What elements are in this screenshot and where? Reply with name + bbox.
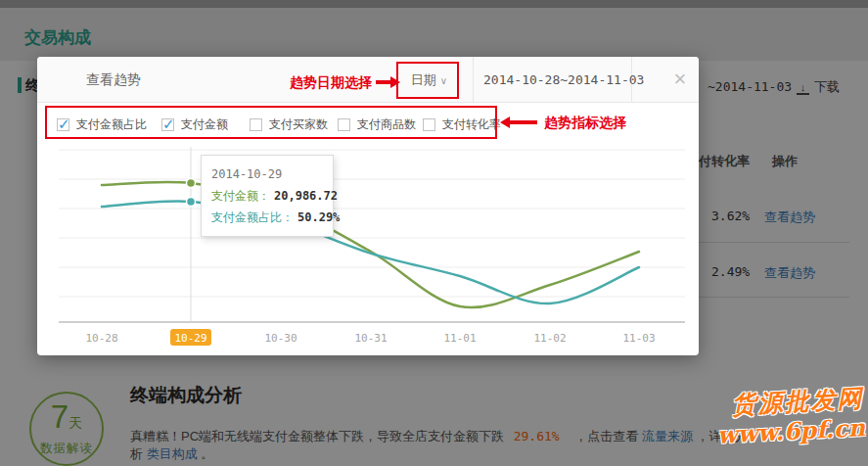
trend-chart[interactable]: 10-2810-2910-3010-3111-0111-0211-03	[37, 140, 698, 350]
close-icon[interactable]: ×	[667, 67, 693, 92]
view-trend-modal: 查看趋势 日期 2014-10-28~2014-11-03 × 支付金额占比 支…	[37, 57, 699, 355]
svg-text:10-30: 10-30	[264, 332, 297, 345]
svg-text:11-03: 11-03	[622, 332, 655, 345]
svg-text:11-01: 11-01	[443, 332, 476, 345]
svg-text:10-29: 10-29	[174, 332, 206, 345]
tooltip-ratio-label: 支付金额占比：	[211, 210, 294, 224]
date-range-picker[interactable]: 2014-10-28~2014-11-03	[483, 57, 644, 103]
annotation-arrow-left-head-icon	[500, 116, 510, 128]
watermark: 货源批发网 www.6pf.cn	[714, 384, 865, 450]
svg-text:11-02: 11-02	[533, 332, 566, 345]
annotation-indicator-select-label: 趋势指标选择	[544, 115, 626, 132]
header-divider	[473, 57, 474, 103]
tooltip-amount-value: 20,986.72	[274, 189, 338, 203]
annotation-arrow-left-icon	[510, 120, 537, 124]
chart-tooltip: 2014-10-29 支付金额：20,986.72 支付金额占比：50.29%	[201, 155, 334, 237]
annotation-box-date	[396, 62, 459, 99]
modal-title: 查看趋势	[86, 57, 141, 103]
annotation-date-select-label: 趋势日期选择	[290, 74, 372, 92]
svg-text:10-28: 10-28	[85, 332, 117, 345]
tooltip-amount-label: 支付金额：	[211, 189, 270, 203]
tooltip-date: 2014-10-29	[211, 163, 323, 185]
svg-text:10-31: 10-31	[354, 332, 387, 345]
annotation-box-indicators	[45, 106, 497, 139]
screen: 交易构成 终 ~2014-11-03 下载 支付转化率 操作 3.62% 查看趋…	[0, 0, 868, 466]
trend-chart-svg: 10-2810-2910-3010-3111-0111-0211-03	[37, 140, 698, 350]
tooltip-ratio-value: 50.29%	[297, 210, 340, 224]
